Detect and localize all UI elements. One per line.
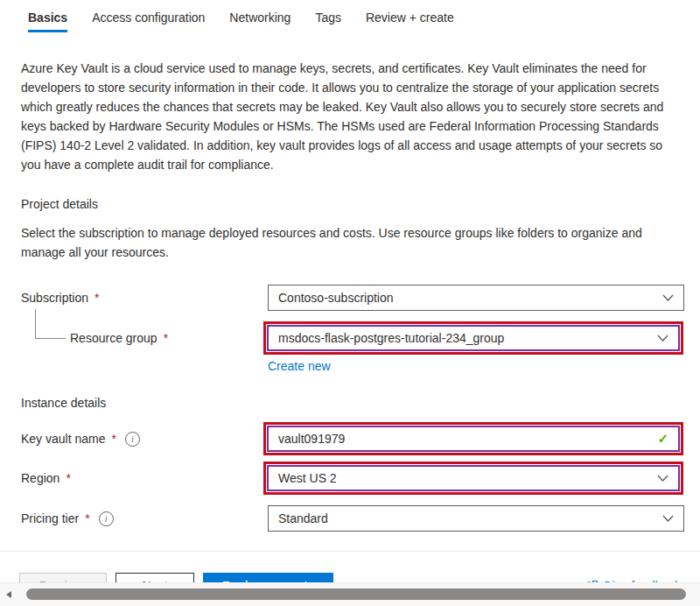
pricing-tier-value: Standard	[278, 511, 328, 525]
region-value: West US 2	[278, 471, 337, 485]
pricing-tier-label: Pricing tier* i	[21, 511, 268, 526]
tab-networking[interactable]: Networking	[229, 11, 290, 32]
scrollbar-thumb[interactable]	[26, 588, 686, 600]
tab-access-configuration[interactable]: Access configuration	[92, 11, 205, 32]
subscription-dropdown[interactable]: Contoso-subscription	[268, 285, 684, 311]
required-asterisk: *	[66, 471, 70, 485]
key-vault-name-label-text: Key vault name	[21, 432, 106, 446]
instance-details-heading: Instance details	[21, 396, 700, 410]
chevron-down-icon	[657, 335, 668, 342]
key-vault-name-input[interactable]	[278, 432, 657, 446]
subscription-value: Contoso-subscription	[278, 291, 394, 305]
keyvault-description: Azure Key Vault is a cloud service used …	[21, 59, 681, 174]
project-details-description: Select the subscription to manage deploy…	[21, 223, 681, 262]
resource-group-row: Resource group* msdocs-flask-postgres-tu…	[0, 321, 700, 355]
valid-check-icon: ✓	[657, 431, 668, 447]
key-vault-name-field: ✓	[267, 426, 680, 452]
tab-tags[interactable]: Tags	[315, 11, 341, 32]
pricing-tier-row: Pricing tier* i Standard	[0, 505, 700, 532]
resource-group-dropdown[interactable]: msdocs-flask-postgres-tutorial-234_group	[267, 325, 680, 351]
footer-divider	[0, 551, 700, 552]
required-asterisk: *	[94, 291, 99, 305]
project-details-heading: Project details	[21, 197, 700, 211]
resource-group-value: msdocs-flask-postgres-tutorial-234_group	[278, 331, 504, 345]
chevron-down-icon	[662, 515, 674, 522]
indent-connector-line	[35, 309, 66, 339]
chevron-down-icon	[657, 475, 668, 482]
required-asterisk: *	[112, 432, 116, 446]
subscription-row: Subscription* Contoso-subscription	[0, 285, 700, 311]
info-icon[interactable]: i	[125, 432, 140, 447]
scrollbar-left-arrow[interactable]	[6, 591, 11, 598]
resource-group-label-text: Resource group	[70, 331, 158, 345]
resource-group-highlight-box: msdocs-flask-postgres-tutorial-234_group	[263, 321, 683, 355]
required-asterisk: *	[164, 331, 168, 345]
key-vault-name-row: Key vault name* i ✓	[0, 422, 700, 455]
region-highlight-box: West US 2	[263, 462, 683, 495]
tab-review-create[interactable]: Review + create	[366, 11, 454, 32]
create-new-link[interactable]: Create new	[268, 359, 331, 373]
key-vault-name-label: Key vault name* i	[21, 432, 268, 447]
region-row: Region* West US 2	[0, 462, 700, 495]
tab-basics[interactable]: Basics	[28, 11, 67, 32]
info-icon[interactable]: i	[99, 511, 114, 526]
key-vault-name-highlight-box: ✓	[263, 422, 683, 455]
subscription-label: Subscription*	[21, 291, 268, 305]
region-label-text: Region	[21, 471, 60, 485]
horizontal-scrollbar	[0, 582, 700, 606]
subscription-label-text: Subscription	[21, 291, 88, 305]
required-asterisk: *	[85, 511, 89, 525]
chevron-down-icon	[662, 294, 674, 301]
region-dropdown[interactable]: West US 2	[267, 465, 680, 491]
tab-bar: Basics Access configuration Networking T…	[0, 0, 700, 32]
pricing-tier-label-text: Pricing tier	[21, 511, 79, 525]
pricing-tier-dropdown[interactable]: Standard	[268, 505, 684, 532]
region-label: Region*	[21, 471, 268, 485]
create-new-container: Create new	[268, 359, 700, 373]
